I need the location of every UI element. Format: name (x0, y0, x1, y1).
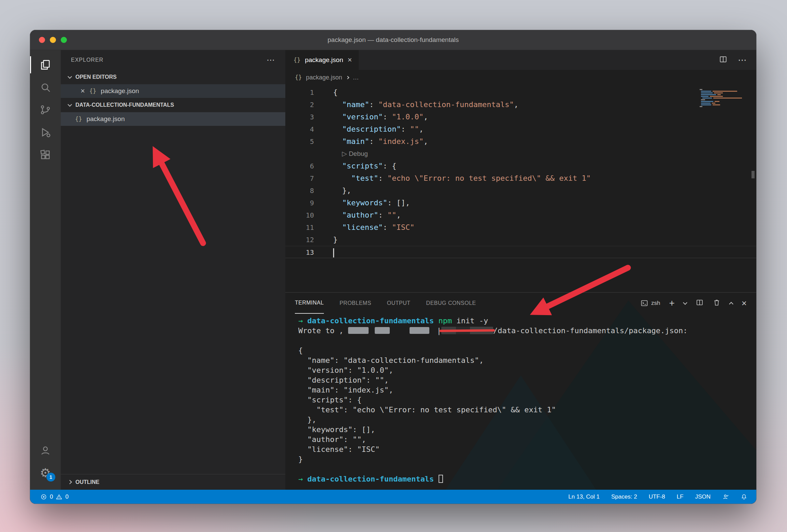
explorer-icon[interactable] (30, 54, 61, 76)
code-text: "author": "", (333, 209, 401, 221)
problems-indicator[interactable]: 0 0 (40, 493, 69, 500)
file-item-package-json[interactable]: {} package.json (61, 112, 285, 126)
codelens-debug[interactable]: ▷ Debug (285, 148, 756, 160)
code-line[interactable]: 10 "author": "", (285, 209, 756, 221)
terminal-line: } (298, 454, 756, 464)
workspace-section-header[interactable]: DATA-COLLECTION-FUNDAMENTALS (61, 98, 285, 112)
close-tab-icon[interactable]: × (347, 56, 352, 64)
terminal-line: }, (298, 415, 756, 425)
line-number: 2 (285, 99, 314, 111)
panel-tab-debug-console[interactable]: DEBUG CONSOLE (426, 293, 476, 314)
minimap[interactable] (698, 88, 751, 111)
code-line[interactable]: 6 "scripts": { (285, 160, 756, 172)
code-editor[interactable]: 1{2 "name": "data-collection-fundamental… (285, 85, 756, 292)
error-count: 0 (50, 493, 53, 500)
zoom-window-button[interactable] (61, 37, 67, 43)
terminal-output[interactable]: → data-collection-fundamentals npm init … (285, 314, 756, 484)
json-file-icon: {} (75, 116, 82, 122)
breadcrumb-ellipsis[interactable]: … (353, 74, 359, 81)
terminal-line: "description": "", (298, 375, 756, 385)
panel-tab-output[interactable]: OUTPUT (387, 293, 411, 314)
split-editor-icon[interactable] (719, 55, 728, 65)
chevron-down-icon[interactable] (683, 300, 687, 305)
code-text: "main": "index.js", (333, 135, 428, 148)
tab-label: package.json (305, 56, 343, 64)
sidebar-title: EXPLORER (71, 57, 103, 63)
code-line[interactable]: 4 "description": "", (285, 123, 756, 135)
editor-tab-package-json[interactable]: {} package.json × (285, 50, 359, 70)
code-text: "license": "ISC" (333, 221, 414, 234)
json-file-icon: {} (294, 57, 300, 63)
close-window-button[interactable] (39, 37, 45, 43)
line-number: 11 (285, 221, 314, 234)
close-panel-icon[interactable]: × (742, 299, 747, 308)
line-number: 5 (285, 135, 314, 148)
code-text: }, (333, 184, 351, 197)
code-line[interactable]: 2 "name": "data-collection-fundamentals"… (285, 99, 756, 111)
new-terminal-icon[interactable]: + (669, 298, 674, 308)
chevron-right-icon (346, 76, 349, 79)
open-editors-label: OPEN EDITORS (75, 74, 117, 80)
search-icon[interactable] (30, 76, 61, 99)
terminal-line: → data-collection-fundamentals npm init … (298, 316, 756, 326)
terminal-tabs: TERMINALPROBLEMSOUTPUTDEBUG CONSOLE (295, 293, 492, 314)
feedback-icon[interactable] (722, 493, 729, 500)
terminal-line: { (298, 345, 756, 355)
code-text: "test": "echo \"Error: no test specified… (333, 172, 591, 184)
editor-group: {} package.json × ⋯ {} package.json … 1 (285, 50, 756, 490)
editor-more-actions-icon[interactable]: ⋯ (738, 55, 747, 65)
code-text: "description": "", (333, 123, 424, 135)
code-line[interactable]: 11 "license": "ISC" (285, 221, 756, 234)
terminal-line: "main": "index.js", (298, 385, 756, 395)
terminal-icon (640, 299, 648, 307)
code-line[interactable]: 12} (285, 234, 756, 246)
scrollbar-thumb[interactable] (752, 171, 755, 178)
outline-section-header[interactable]: OUTLINE (61, 474, 285, 490)
code-line[interactable]: 5 "main": "index.js", (285, 135, 756, 148)
code-line[interactable]: 1{ (285, 86, 756, 99)
line-number: 4 (285, 123, 314, 135)
run-debug-icon[interactable] (30, 121, 61, 144)
open-editor-item-package-json[interactable]: × {} package.json (61, 84, 285, 98)
minimize-window-button[interactable] (50, 37, 56, 43)
status-indentation[interactable]: Spaces: 2 (611, 493, 637, 500)
code-line[interactable]: 9 "keywords": [], (285, 197, 756, 209)
kill-terminal-icon[interactable] (713, 298, 721, 308)
vscode-window: package.json — data-collection-fundament… (30, 30, 756, 504)
shell-selector[interactable]: zsh (640, 299, 660, 307)
panel-tab-terminal[interactable]: TERMINAL (295, 293, 324, 314)
status-language[interactable]: JSON (695, 493, 711, 500)
open-editors-section-header[interactable]: OPEN EDITORS (61, 70, 285, 84)
status-encoding[interactable]: UTF-8 (649, 493, 665, 500)
status-eol[interactable]: LF (677, 493, 684, 500)
code-line[interactable]: 13 (285, 246, 756, 258)
source-control-icon[interactable] (30, 99, 61, 121)
notifications-bell-icon[interactable] (741, 493, 747, 500)
close-editor-icon[interactable]: × (81, 87, 85, 95)
sidebar-header: EXPLORER ⋯ (61, 50, 285, 70)
panel-tab-problems[interactable]: PROBLEMS (340, 293, 371, 314)
redacted-block (348, 327, 369, 334)
terminal-line: "test": "echo \"Error: no test specified… (298, 405, 756, 415)
code-line[interactable]: 3 "version": "1.0.0", (285, 111, 756, 123)
status-cursor-position[interactable]: Ln 13, Col 1 (568, 493, 600, 500)
code-text: "keywords": [], (333, 197, 410, 209)
warning-count: 0 (65, 493, 68, 500)
code-line[interactable]: 8 }, (285, 184, 756, 197)
settings-gear-icon[interactable]: ⚙ 1 (30, 462, 61, 484)
breadcrumb[interactable]: {} package.json … (285, 70, 756, 85)
split-terminal-icon[interactable] (696, 298, 704, 308)
maximize-panel-icon[interactable] (729, 302, 733, 306)
terminal-line: → data-collection-fundamentals (298, 474, 756, 484)
code-text (333, 246, 334, 258)
accounts-icon[interactable] (30, 439, 61, 462)
window-titlebar[interactable]: package.json — data-collection-fundament… (30, 30, 756, 50)
breadcrumb-file[interactable]: package.json (306, 74, 342, 81)
editor-tab-bar: {} package.json × ⋯ (285, 50, 756, 70)
workspace-label: DATA-COLLECTION-FUNDAMENTALS (75, 102, 174, 108)
code-line[interactable]: 7 "test": "echo \"Error: no test specifi… (285, 172, 756, 184)
extensions-icon[interactable] (30, 144, 61, 166)
redacted-block (410, 327, 429, 334)
more-actions-icon[interactable]: ⋯ (267, 55, 275, 65)
code-text: "scripts": { (333, 160, 396, 172)
